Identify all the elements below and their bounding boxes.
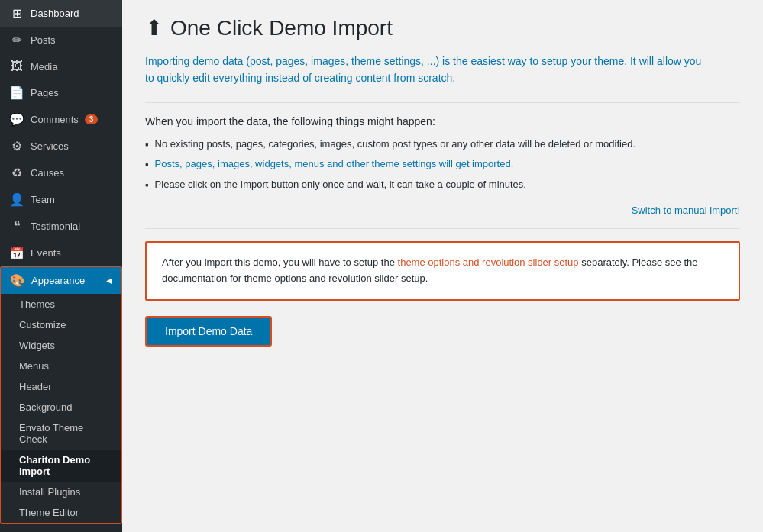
notice-box: After you import this demo, you will hav…	[145, 241, 740, 301]
sidebar-item-testimonial[interactable]: ❝ Testimonial	[0, 213, 122, 240]
sidebar-item-causes[interactable]: ♻ Causes	[0, 160, 122, 186]
submenu-menus[interactable]: Menus	[1, 356, 121, 376]
services-icon: ⚙	[9, 139, 24, 153]
switch-link-container: Switch to manual import!	[145, 205, 740, 216]
sidebar: ⊞ Dashboard ✏ Posts 🖼 Media 📄 Pages 💬 Co…	[0, 0, 122, 532]
testimonial-icon: ❝	[9, 219, 24, 234]
sidebar-item-label: Media	[31, 61, 57, 73]
team-icon: 👤	[9, 192, 24, 207]
sidebar-item-team[interactable]: 👤 Team	[0, 186, 122, 213]
intro-text: Importing demo data (post, pages, images…	[145, 53, 710, 87]
submenu-themes[interactable]: Themes	[1, 294, 121, 314]
upload-icon: ⬆	[145, 15, 163, 40]
sidebar-item-label: Dashboard	[31, 8, 79, 19]
page-title: One Click Demo Import	[170, 16, 393, 40]
pages-icon: 📄	[9, 85, 24, 100]
submenu-theme-editor[interactable]: Theme Editor	[1, 502, 121, 523]
sidebar-item-posts[interactable]: ✏ Posts	[0, 27, 122, 53]
submenu-widgets[interactable]: Widgets	[1, 335, 121, 356]
bullet-item-1: No existing posts, pages, categories, im…	[145, 137, 740, 153]
events-icon: 📅	[9, 246, 24, 260]
comments-badge: 3	[85, 114, 99, 124]
page-title-container: ⬆ One Click Demo Import	[145, 15, 740, 40]
sidebar-item-dashboard[interactable]: ⊞ Dashboard	[0, 0, 122, 27]
sidebar-item-label: Comments	[31, 114, 79, 125]
appearance-section: 🎨 Appearance ◀ Themes Customize Widgets …	[0, 266, 122, 524]
sidebar-item-comments[interactable]: 💬 Comments 3	[0, 106, 122, 133]
sidebar-item-label: Team	[31, 194, 55, 205]
causes-icon: ♻	[9, 166, 24, 180]
submenu-install-plugins[interactable]: Install Plugins	[1, 482, 121, 502]
comments-icon: 💬	[9, 112, 24, 127]
submenu-background[interactable]: Background	[1, 397, 121, 418]
sidebar-item-label: Causes	[31, 167, 64, 179]
appearance-icon: 🎨	[10, 273, 25, 288]
sidebar-item-pages[interactable]: 📄 Pages	[0, 79, 122, 106]
sidebar-item-label: Testimonial	[31, 221, 80, 232]
dashboard-icon: ⊞	[9, 6, 24, 21]
main-content: ⬆ One Click Demo Import Importing demo d…	[122, 0, 763, 532]
submenu-chariton-demo-import[interactable]: Chariton Demo Import	[1, 450, 121, 482]
sidebar-item-label: Pages	[31, 87, 59, 98]
sidebar-item-services[interactable]: ⚙ Services	[0, 133, 122, 160]
notice-highlight: theme options and revolution slider setu…	[398, 256, 579, 268]
sidebar-item-label: Events	[31, 247, 61, 259]
submenu-header[interactable]: Header	[1, 376, 121, 397]
bullet-item-2: Posts, pages, images, widgets, menus and…	[145, 156, 740, 172]
appearance-chevron-icon: ◀	[106, 276, 112, 285]
bullet-list: No existing posts, pages, categories, im…	[145, 137, 740, 193]
bullet-item-3: Please click on the Import button only o…	[145, 177, 740, 193]
notice-text: After you import this demo, you will hav…	[162, 255, 723, 287]
divider-2	[145, 228, 740, 229]
sidebar-item-appearance[interactable]: 🎨 Appearance ◀	[1, 267, 121, 294]
import-demo-data-button[interactable]: Import Demo Data	[145, 316, 272, 347]
sidebar-item-events[interactable]: 📅 Events	[0, 240, 122, 266]
media-icon: 🖼	[9, 60, 24, 73]
switch-to-manual-link[interactable]: Switch to manual import!	[632, 205, 740, 216]
submenu-envato-theme-check[interactable]: Envato Theme Check	[1, 418, 121, 450]
sidebar-item-label: Appearance	[31, 275, 85, 286]
submenu-customize[interactable]: Customize	[1, 314, 121, 335]
sidebar-item-label: Posts	[31, 34, 56, 46]
sidebar-item-label: Services	[31, 140, 69, 152]
notice-text-before: After you import this demo, you will hav…	[162, 256, 398, 268]
when-import-title: When you import the data, the following …	[145, 115, 740, 127]
divider-1	[145, 102, 740, 103]
posts-icon: ✏	[9, 33, 24, 47]
sidebar-item-media[interactable]: 🖼 Media	[0, 53, 122, 79]
